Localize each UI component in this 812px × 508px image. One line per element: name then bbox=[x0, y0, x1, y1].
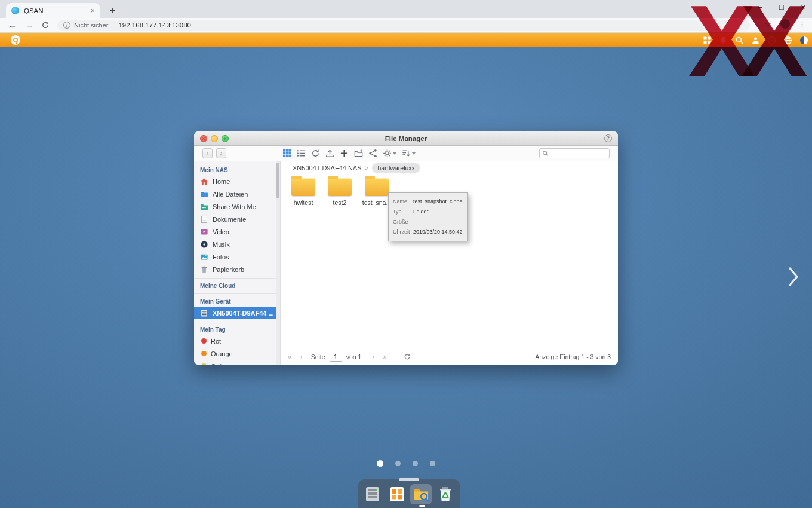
sidebar-item-tag-rot[interactable]: Rot bbox=[194, 335, 280, 347]
sidebar-section-mein-geraet: Mein Gerät bbox=[194, 293, 280, 307]
maximize-light-button[interactable]: + bbox=[222, 135, 229, 142]
sidebar-item-alle-dateien[interactable]: Alle Dateien bbox=[194, 188, 280, 200]
language-globe-icon[interactable] bbox=[783, 36, 792, 45]
browser-tab[interactable]: QSAN × bbox=[6, 3, 100, 18]
dock-storage-app[interactable] bbox=[362, 484, 383, 504]
account-avatar-icon[interactable] bbox=[799, 36, 808, 45]
nas-device-icon bbox=[200, 309, 208, 317]
maximize-button[interactable]: □ bbox=[777, 2, 786, 11]
page-dot-3[interactable] bbox=[413, 461, 418, 466]
last-page-icon[interactable]: » bbox=[383, 353, 387, 360]
page-number-input[interactable] bbox=[330, 353, 342, 362]
dock-recycle-bin[interactable] bbox=[435, 484, 456, 504]
sidebar-item-video[interactable]: Video bbox=[194, 225, 280, 238]
orange-tag-icon bbox=[201, 351, 207, 356]
profile-avatar[interactable] bbox=[780, 19, 790, 29]
file-manager-main: XN5004T-D9AF44 NAS > hardwareluxx hwltes… bbox=[281, 161, 618, 365]
browser-forward-icon[interactable]: → bbox=[25, 21, 33, 29]
help-icon[interactable]: ? bbox=[767, 36, 776, 45]
bookmark-star-icon[interactable]: ☆ bbox=[764, 19, 772, 29]
list-view-button[interactable] bbox=[297, 149, 306, 158]
sidebar-item-musik[interactable]: Musik bbox=[194, 238, 280, 250]
sidebar-item-papierkorb[interactable]: Papierkorb bbox=[194, 263, 280, 276]
refresh-button[interactable] bbox=[311, 149, 320, 158]
site-info-icon[interactable]: i bbox=[63, 22, 70, 29]
browser-menu-icon[interactable]: ⋮ bbox=[798, 20, 806, 29]
sidebar-item-tag-orange[interactable]: Orange bbox=[194, 347, 280, 360]
next-page-icon[interactable]: › bbox=[372, 353, 374, 360]
next-desktop-arrow-icon[interactable] bbox=[788, 267, 799, 287]
sidebar-item-tag-gelb[interactable]: Gelb bbox=[194, 360, 280, 365]
window-controls: – □ × bbox=[756, 2, 807, 11]
sidebar-item-label: Papierkorb bbox=[213, 266, 244, 273]
close-window-button[interactable]: × bbox=[799, 2, 807, 11]
traffic-lights: × – + bbox=[200, 135, 229, 142]
tooltip-label: Größe bbox=[393, 217, 413, 227]
top-bar-icons: ? bbox=[703, 33, 808, 47]
folder-item[interactable]: test2 bbox=[322, 178, 357, 206]
home-icon bbox=[200, 178, 208, 186]
music-icon bbox=[200, 240, 208, 249]
user-icon[interactable] bbox=[751, 36, 760, 45]
upload-button[interactable] bbox=[325, 149, 334, 158]
sidebar-item-home[interactable]: Home bbox=[194, 175, 280, 188]
desktop-page-dots bbox=[0, 460, 812, 467]
sidebar-scrollbar[interactable] bbox=[276, 161, 280, 365]
shared-folder-icon bbox=[200, 203, 208, 211]
page-dot-4[interactable] bbox=[430, 461, 435, 466]
dock-file-manager[interactable] bbox=[410, 484, 432, 504]
new-folder-button[interactable] bbox=[354, 149, 363, 158]
sidebar-scrollbar-thumb[interactable] bbox=[276, 163, 279, 198]
sidebar-item-label: Gelb bbox=[211, 363, 224, 365]
tab-title: QSAN bbox=[24, 7, 90, 14]
grid-view-button[interactable] bbox=[282, 149, 291, 158]
apps-grid-icon[interactable] bbox=[703, 36, 712, 45]
breadcrumb-root[interactable]: XN5004T-D9AF44 NAS bbox=[293, 164, 362, 172]
file-search-input[interactable] bbox=[550, 150, 608, 157]
close-light-button[interactable]: × bbox=[200, 135, 207, 142]
minimize-light-button[interactable]: – bbox=[211, 135, 218, 142]
sort-button[interactable] bbox=[402, 149, 416, 158]
sidebar-item-device[interactable]: XN5004T-D9AF44 ... bbox=[194, 307, 280, 319]
settings-gear-button[interactable] bbox=[383, 149, 396, 158]
dock-app-center[interactable] bbox=[386, 484, 408, 504]
folder-item[interactable]: hwltest bbox=[286, 178, 321, 206]
notification-bell-icon[interactable] bbox=[719, 36, 728, 45]
prev-page-icon[interactable]: ‹ bbox=[300, 353, 303, 360]
qsan-logo[interactable]: Q bbox=[11, 35, 20, 45]
new-tab-button[interactable]: + bbox=[110, 5, 115, 15]
search-icon[interactable] bbox=[735, 36, 744, 45]
add-button[interactable] bbox=[340, 149, 349, 158]
svg-text:?: ? bbox=[770, 38, 773, 43]
tooltip-value: Folder bbox=[413, 207, 429, 217]
files-area[interactable]: hwltest test2 test_sna... bbox=[281, 175, 618, 177]
refresh-list-icon[interactable] bbox=[404, 353, 411, 360]
file-manager-toolbar: ‹ › bbox=[194, 146, 618, 161]
sidebar-item-fotos[interactable]: Fotos bbox=[194, 250, 280, 263]
browser-back-icon[interactable]: ← bbox=[8, 21, 17, 29]
url-omnibox[interactable]: i Nicht sicher 192.168.177.143:13080 bbox=[57, 20, 750, 31]
page-dot-1[interactable] bbox=[377, 460, 383, 467]
window-help-icon[interactable]: ? bbox=[604, 134, 612, 142]
history-back-button[interactable]: ‹ bbox=[202, 148, 213, 158]
dock-drag-handle[interactable] bbox=[399, 478, 419, 481]
security-label: Nicht sicher bbox=[74, 22, 108, 29]
browser-reload-icon[interactable] bbox=[41, 21, 50, 29]
tab-close-icon[interactable]: × bbox=[90, 7, 95, 14]
page-dot-2[interactable] bbox=[395, 461, 401, 466]
sidebar-section-meine-cloud[interactable]: Meine Cloud bbox=[194, 278, 280, 291]
recycle-bin-icon bbox=[436, 485, 454, 503]
sidebar-item-share-with-me[interactable]: Share With Me bbox=[194, 200, 280, 213]
file-search-box[interactable] bbox=[539, 148, 610, 158]
minimize-button[interactable]: – bbox=[756, 2, 764, 11]
tooltip-label: Typ bbox=[393, 207, 413, 217]
history-forward-button[interactable]: › bbox=[216, 148, 226, 158]
first-page-icon[interactable]: « bbox=[288, 353, 292, 360]
sidebar-item-dokumente[interactable]: Dokumente bbox=[194, 213, 280, 225]
folder-name: hwltest bbox=[286, 199, 321, 206]
video-icon bbox=[200, 228, 208, 236]
sidebar-item-label: Rot bbox=[211, 338, 221, 345]
share-button[interactable] bbox=[368, 149, 377, 158]
breadcrumb-current[interactable]: hardwareluxx bbox=[372, 163, 420, 173]
window-title-bar[interactable]: × – + File Manager ? bbox=[194, 131, 618, 146]
